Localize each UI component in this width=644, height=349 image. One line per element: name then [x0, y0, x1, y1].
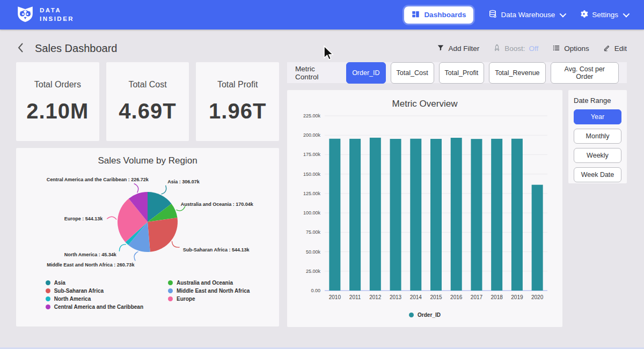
legend-item-central-america-and-the-caribbean[interactable]: Central America and the Caribbean: [46, 304, 143, 310]
x-axis-label: 2016: [450, 294, 463, 300]
x-axis-label: 2011: [349, 294, 361, 300]
settings-label: Settings: [592, 11, 618, 19]
legend-dot: [168, 296, 173, 301]
pie-callout-label: Central America and the Caribbean : 226.…: [47, 177, 149, 182]
x-axis-label: 2010: [329, 294, 341, 300]
boost-value: Off: [529, 44, 538, 53]
kpi-total-cost: Total Cost 4.69T: [106, 62, 189, 141]
grid-icon: [412, 10, 420, 20]
owl-logo-icon: [16, 5, 34, 25]
metric-control-label: Metric Control: [295, 65, 340, 81]
legend-item-asia[interactable]: Asia: [46, 280, 143, 286]
back-button[interactable]: [17, 42, 24, 55]
settings-menu[interactable]: Settings: [580, 10, 628, 20]
metric-control-bar: Metric Control Order_IDTotal_CostTotal_P…: [287, 62, 627, 83]
dashboards-button[interactable]: Dashboards: [404, 6, 473, 24]
add-filter-button[interactable]: Add Filter: [437, 44, 479, 53]
y-axis-tick: 100.00k: [303, 210, 321, 216]
x-axis-label: 2020: [531, 294, 544, 300]
bar-2012[interactable]: [370, 138, 381, 291]
data-warehouse-label: Data Warehouse: [501, 11, 555, 19]
bar-2020[interactable]: [532, 185, 543, 291]
y-axis-tick: 150.00k: [303, 172, 321, 177]
y-axis-tick: 225.00k: [303, 113, 321, 118]
kpi-value: 2.10M: [26, 99, 89, 123]
legend-dot: [46, 280, 50, 285]
legend-dot: [46, 305, 50, 309]
x-axis-label: 2014: [410, 294, 422, 300]
pie-slice-sub-saharan-africa[interactable]: [148, 218, 178, 252]
bar-2015[interactable]: [430, 139, 442, 291]
brand[interactable]: DATA INSIDER: [16, 5, 74, 25]
pie-label-line: [119, 244, 126, 251]
bar-2014[interactable]: [410, 139, 421, 291]
legend-label: Asia: [54, 280, 65, 286]
dashboards-label: Dashboards: [424, 11, 466, 19]
edit-button[interactable]: Edit: [603, 44, 627, 53]
kpi-row: Total Orders 2.10M Total Cost 4.69T Tota…: [16, 62, 279, 141]
legend-label: Europe: [177, 296, 195, 302]
bar-chart-card: Metric Overview 225.00k200.00k175.00k150…: [287, 90, 562, 327]
bar-chart-legend: Order_ID: [296, 312, 554, 318]
pie-callout-label: North America : 45.34k: [64, 252, 117, 257]
funnel-icon: [437, 44, 444, 53]
page-title: Sales Dashboard: [35, 42, 117, 55]
legend-label: Australia and Oceania: [177, 280, 233, 286]
kpi-value: 1.96T: [209, 99, 266, 123]
metric-option-avg-cost-per-order[interactable]: Avg. Cost per Order: [551, 62, 619, 84]
legend-item-middle-east-and-north-africa[interactable]: Middle East and North Africa: [168, 288, 250, 294]
pie-label-line: [107, 217, 116, 219]
metric-option-order-id[interactable]: Order_ID: [346, 62, 385, 84]
kpi-label: Total Orders: [34, 80, 81, 90]
bar-2018[interactable]: [491, 139, 502, 291]
metric-option-total-profit[interactable]: Total_Profit: [439, 62, 485, 84]
y-axis-tick: 25.00k: [306, 269, 321, 274]
date-range-option-year[interactable]: Year: [574, 109, 621, 124]
legend-item-sub-saharan-africa[interactable]: Sub-Saharan Africa: [46, 288, 143, 294]
chevron-down-icon: [560, 11, 567, 18]
chevron-down-icon: [623, 11, 630, 18]
date-range-option-weekly[interactable]: Weekly: [574, 148, 621, 163]
legend-label: Middle East and North Africa: [177, 288, 250, 294]
legend-label: North America: [54, 296, 91, 302]
bar-2017[interactable]: [471, 139, 482, 291]
data-warehouse-menu[interactable]: Data Warehouse: [488, 10, 565, 20]
pie-callout-label: Sub-Saharan Africa : 544.13k: [183, 247, 250, 253]
pie-label-line: [172, 241, 179, 247]
add-filter-label: Add Filter: [448, 44, 479, 53]
x-axis-label: 2017: [471, 294, 483, 300]
legend-label: Central America and the Caribbean: [54, 304, 143, 310]
kpi-label: Total Cost: [128, 80, 166, 90]
kpi-value: 4.69T: [119, 99, 176, 123]
date-range-panel: Date Range YearMonthlyWeeklyWeek Date: [568, 90, 627, 183]
bar-2016[interactable]: [451, 138, 462, 291]
legend-item-europe[interactable]: Europe: [168, 296, 250, 302]
options-button[interactable]: Options: [552, 44, 589, 54]
metric-option-total-revenue[interactable]: Total_Revenue: [489, 62, 545, 84]
boost-toggle[interactable]: Boost: Off: [493, 44, 538, 53]
rocket-icon: [493, 44, 501, 53]
page-header: Sales Dashboard Add Filter Boost: Off: [0, 29, 644, 62]
pencil-icon: [603, 44, 611, 53]
pie-callout-label: Asia : 306.07k: [167, 179, 200, 184]
bar-2011[interactable]: [349, 139, 361, 291]
x-axis-label: 2018: [491, 294, 503, 300]
bar-2010[interactable]: [329, 139, 340, 291]
bar-2019[interactable]: [511, 139, 523, 291]
kpi-label: Total Profit: [217, 80, 258, 90]
date-range-option-monthly[interactable]: Monthly: [574, 129, 621, 144]
x-axis-label: 2015: [430, 294, 442, 300]
legend-item-north-america[interactable]: North America: [46, 296, 143, 302]
boost-label: Boost:: [504, 44, 525, 53]
y-axis-tick: 75.00k: [306, 229, 321, 235]
metric-option-total-cost[interactable]: Total_Cost: [391, 62, 434, 84]
legend-item-order-id[interactable]: Order_ID: [409, 312, 441, 318]
legend-item-australia-and-oceania[interactable]: Australia and Oceania: [168, 280, 250, 286]
bar-2013[interactable]: [390, 139, 401, 291]
pie-chart-title: Sales Volume by Region: [25, 155, 270, 166]
date-range-option-week-date[interactable]: Week Date: [574, 167, 621, 182]
date-range-label: Date Range: [574, 96, 621, 105]
legend-dot: [168, 288, 173, 293]
chevron-left-icon: [17, 42, 24, 55]
options-label: Options: [564, 44, 589, 53]
